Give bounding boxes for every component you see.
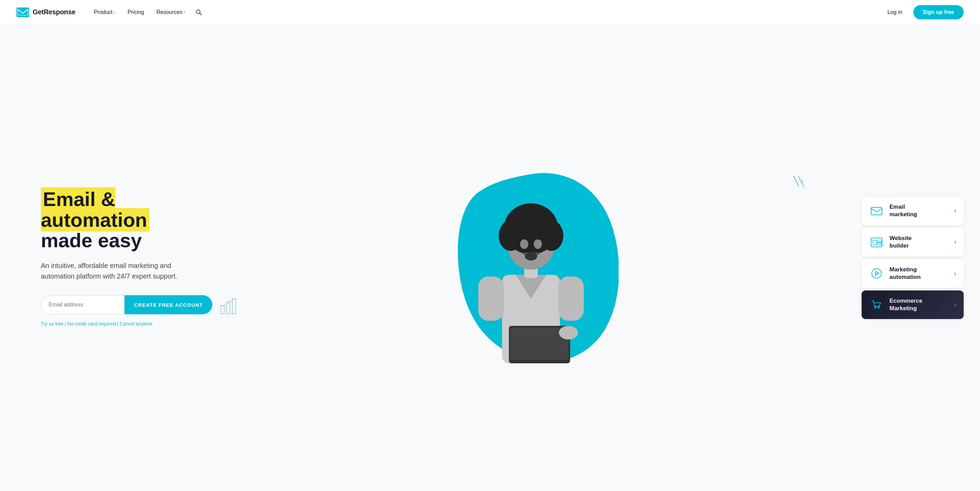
marketing-automation-icon [869,266,884,281]
feature-card-marketing-automation[interactable]: Marketingautomation › [862,259,964,288]
email-marketing-label: Emailmarketing [889,203,949,218]
cta-note: Try us free | No credit card required | … [41,321,212,327]
svg-rect-8 [232,299,236,314]
nav-right: Log in Sign up free [883,5,964,19]
hero-person [472,190,591,363]
navbar: GetResponse Product › Pricing Resources … [0,0,980,24]
svg-rect-29 [877,240,882,242]
nav-pricing[interactable]: Pricing [123,6,149,18]
search-button[interactable] [192,6,205,18]
svg-point-19 [516,205,546,232]
svg-rect-7 [227,302,230,314]
hero-left: Email & automation made easy An intuitiv… [41,189,212,327]
nav-pricing-label: Pricing [127,9,144,15]
hero-right: Emailmarketing › Websitebuilder › [862,196,964,319]
svg-point-34 [875,307,876,308]
logo[interactable]: GetResponse [16,8,76,17]
email-marketing-chevron-icon: › [954,207,956,214]
svg-point-21 [534,239,542,249]
ecommerce-marketing-label: EcommerceMarketing [889,297,949,312]
brand-name: GetResponse [33,8,76,16]
svg-rect-6 [221,305,224,314]
svg-rect-11 [558,276,584,321]
nav-product-label: Product [94,9,113,15]
website-builder-icon [869,234,884,250]
feature-card-email-marketing[interactable]: Emailmarketing › [862,196,964,225]
svg-point-22 [525,252,537,260]
svg-point-1 [196,10,200,14]
svg-rect-30 [877,243,882,245]
heading-rest: made easy [41,229,142,251]
email-marketing-icon [869,203,884,218]
svg-line-3 [794,176,799,186]
svg-line-5 [802,179,804,188]
signup-button[interactable]: Sign up free [913,5,964,19]
logo-icon [16,8,29,17]
resources-chevron-icon: › [184,10,185,14]
website-builder-chevron-icon: › [954,238,956,246]
svg-point-25 [559,326,578,340]
product-chevron-icon: › [114,10,115,14]
nav-product[interactable]: Product › [89,6,120,18]
svg-point-20 [520,239,528,249]
nav-resources-label: Resources [156,9,182,15]
marketing-automation-chevron-icon: › [954,270,956,277]
feature-card-website-builder[interactable]: Websitebuilder › [862,228,964,257]
chart-decoration [219,295,240,316]
svg-point-31 [872,269,881,278]
svg-line-2 [200,13,202,15]
search-icon [195,9,202,16]
nav-links: Product › Pricing Resources › [89,6,883,18]
svg-rect-26 [871,207,882,215]
cta-form: CREATE FREE ACCOUNT [41,295,212,314]
svg-rect-0 [16,8,29,17]
create-account-button[interactable]: CREATE FREE ACCOUNT [124,295,212,314]
feature-card-ecommerce-marketing[interactable]: EcommerceMarketing › [862,290,964,319]
login-button[interactable]: Log in [883,6,907,18]
hero-section: Email & automation made easy An intuitiv… [0,24,980,491]
svg-point-35 [878,307,880,308]
sparkle-decoration [780,173,807,207]
nav-resources[interactable]: Resources › [152,6,190,18]
email-input[interactable] [41,295,124,314]
svg-rect-10 [479,276,504,321]
ecommerce-marketing-chevron-icon: › [954,301,956,308]
marketing-automation-label: Marketingautomation [889,266,949,281]
heading-highlighted: Email & automation [41,187,150,231]
hero-subtext: An intuitive, affordable email marketing… [41,260,187,282]
svg-line-4 [799,176,802,185]
svg-rect-28 [873,240,876,245]
ecommerce-marketing-icon [869,297,884,312]
hero-center [212,152,862,363]
website-builder-label: Websitebuilder [889,234,949,250]
hero-heading: Email & automation made easy [41,189,212,251]
